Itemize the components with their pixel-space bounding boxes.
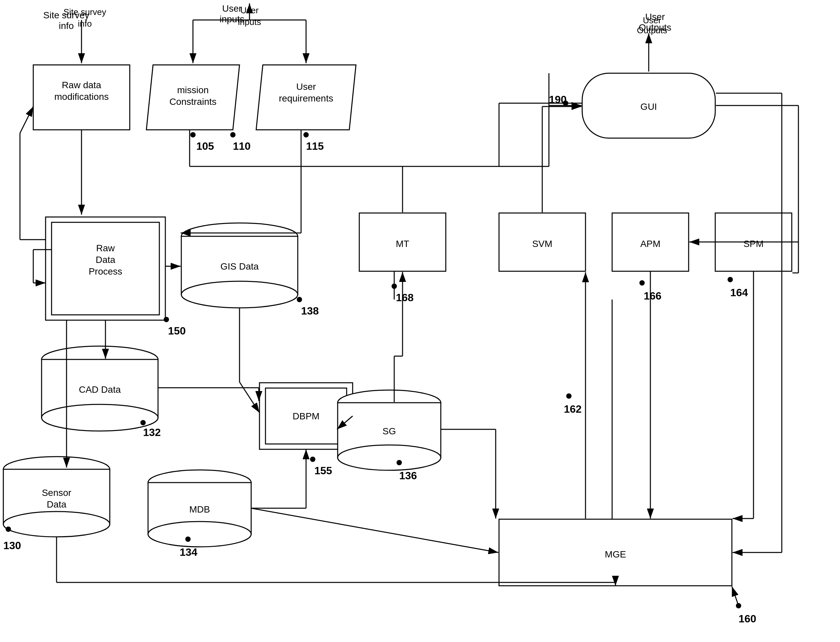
label-115: 115 xyxy=(306,140,324,152)
mission-constraints-label: mission xyxy=(177,85,209,95)
label-162: 162 xyxy=(564,403,581,415)
user-outputs-label2: Outputs xyxy=(637,25,667,35)
label-164: 164 xyxy=(730,287,748,298)
conn-160-mge xyxy=(732,587,738,606)
raw-data-process-label: Raw xyxy=(96,243,115,253)
mdb-label: MDB xyxy=(189,504,210,514)
gui-label: GUI xyxy=(640,102,657,112)
gis-data-bottom xyxy=(181,281,298,308)
svm-label: SVM xyxy=(532,238,553,249)
dot-mt-168 xyxy=(392,284,397,289)
dot-138 xyxy=(297,297,302,302)
sensor-data-label2: Data xyxy=(47,499,66,509)
spm-label: SPM xyxy=(743,238,764,249)
mge-label: MGE xyxy=(605,549,626,559)
cad-data-bottom xyxy=(42,404,158,431)
user-outputs-label: User xyxy=(643,15,661,25)
raw-data-modifications-label: Raw data xyxy=(62,80,102,90)
mdb-bottom xyxy=(148,522,251,547)
dot-162 xyxy=(566,393,571,399)
dot-115 xyxy=(303,132,309,138)
raw-data-process-label3: Process xyxy=(89,266,122,277)
dot-164 xyxy=(728,277,733,282)
site-survey-label2: info xyxy=(78,19,92,29)
conn-mdb-mge xyxy=(251,508,498,553)
sensor-data-bottom xyxy=(3,512,110,537)
label-136: 136 xyxy=(399,470,417,481)
dot-155 xyxy=(310,457,316,462)
gis-data-label: GIS Data xyxy=(220,261,259,272)
label-155: 155 xyxy=(314,465,332,477)
dot-166 xyxy=(639,280,645,285)
apm-label: APM xyxy=(640,238,661,249)
label-168: 168 xyxy=(396,292,414,303)
sg-label: SG xyxy=(383,426,396,436)
label-190: 190 xyxy=(549,94,566,105)
label-105: 105 xyxy=(196,140,214,152)
sg-bottom xyxy=(338,445,441,470)
site-survey-label: Site survey xyxy=(63,7,107,17)
user-requirements-label2: requirements xyxy=(279,93,333,104)
dot-136 xyxy=(397,460,402,465)
dot-mdb-134 xyxy=(186,537,190,541)
mission-constraints-label2: Constraints xyxy=(169,97,217,107)
label-160: 160 xyxy=(738,613,756,625)
label-150: 150 xyxy=(168,325,186,337)
dot-105 xyxy=(190,132,196,138)
mt-label: MT xyxy=(396,238,409,249)
cad-data-label: CAD Data xyxy=(79,384,121,395)
diagram-container: Raw data modifications mission Constrain… xyxy=(0,0,840,642)
dot-150 xyxy=(163,317,169,322)
architecture-diagram: Raw data modifications mission Constrain… xyxy=(0,0,840,642)
label-134: 134 xyxy=(180,546,197,558)
label-138: 138 xyxy=(301,305,319,317)
raw-data-process-label2: Data xyxy=(95,255,115,265)
dbpm-label: DBPM xyxy=(293,411,320,422)
conn-rdp-left3 xyxy=(20,107,33,133)
raw-data-modifications-label2: modifications xyxy=(54,92,108,102)
user-requirements-label: User xyxy=(296,81,316,92)
conn-gis-dbpm xyxy=(240,382,259,413)
label-166: 166 xyxy=(644,290,661,302)
label-130: 130 xyxy=(3,540,21,551)
label-110: 110 xyxy=(233,140,251,152)
label-132: 132 xyxy=(143,426,161,438)
dot-130 xyxy=(6,527,11,532)
dot-110 xyxy=(230,132,236,138)
dot-cad-132 xyxy=(141,420,146,425)
sensor-data-label: Sensor xyxy=(42,488,71,498)
